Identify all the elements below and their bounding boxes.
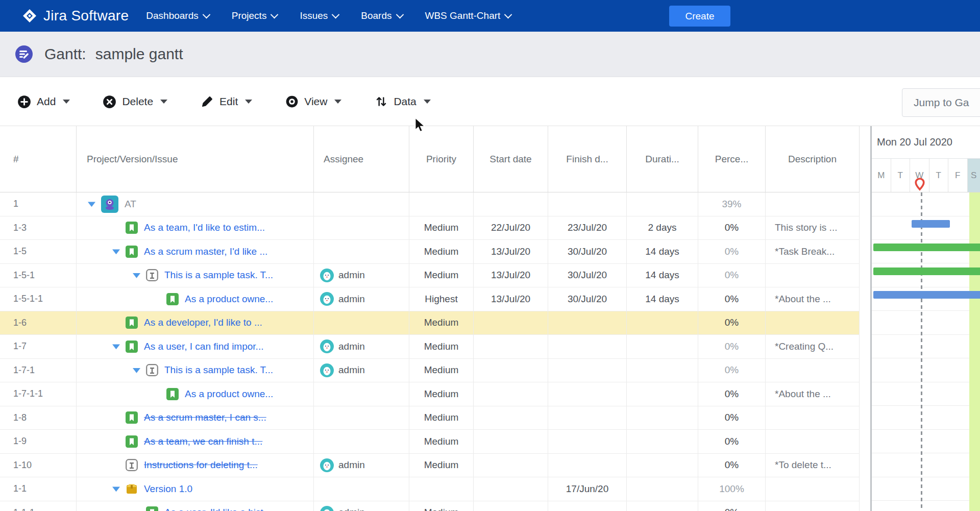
issue-cell: As a user, I can find impor... [77, 335, 314, 358]
view-menu-button[interactable]: View [285, 95, 341, 109]
start-date-cell [474, 192, 548, 216]
table-row[interactable]: 1-7-1-1 As a product owne... Medium 0% *… [0, 382, 860, 406]
column-header-issue[interactable]: Project/Version/Issue [77, 126, 314, 192]
chevron-down-icon [396, 10, 404, 18]
assignee-cell: admin [314, 501, 409, 511]
column-header-finish-date[interactable]: Finish d... [548, 126, 627, 192]
story-icon [126, 317, 138, 329]
gantt-day-header: MTWTFS [872, 159, 980, 192]
expand-collapse-arrow-icon[interactable] [88, 201, 95, 207]
issue-cell: As a user, I'd like a hist... [77, 501, 314, 511]
row-number: 1-6 [0, 311, 77, 335]
table-row[interactable]: 1-3 As a team, I'd like to estim... Medi… [0, 216, 860, 240]
table-row[interactable]: 1-7-1 This is a sample task. T... admin … [0, 359, 860, 383]
column-header-assignee[interactable]: Assignee [314, 126, 409, 192]
priority-cell: Medium [409, 216, 474, 240]
gantt-bar-1-5-1[interactable] [873, 267, 980, 275]
issue-cell: As a team, we can finish t... [77, 430, 314, 453]
assignee-name: admin [338, 459, 365, 471]
issue-link[interactable]: As a scrum master, I'd like ... [144, 246, 267, 257]
nav-item-issues[interactable]: Issues [300, 10, 338, 21]
gantt-toolbar: Add Delete Edit View Dat [0, 78, 980, 126]
row-number: 1-5 [0, 240, 77, 263]
duration-cell [627, 454, 698, 477]
column-header-number[interactable]: # [0, 126, 77, 192]
issue-link[interactable]: Instructions for deleting t... [144, 459, 258, 471]
issue-link[interactable]: As a scrum master, I can s... [144, 412, 266, 423]
table-row[interactable]: 1-5 As a scrum master, I'd like ... Medi… [0, 240, 860, 264]
delete-menu-button[interactable]: Delete [103, 95, 167, 109]
priority-cell: Medium [409, 335, 474, 358]
nav-item-dashboards[interactable]: Dashboards [146, 10, 209, 21]
start-date-cell: 13/Jul/20 [474, 264, 548, 287]
column-header-duration[interactable]: Durati... [627, 126, 698, 192]
expand-collapse-arrow-icon[interactable] [133, 368, 140, 373]
jira-logo[interactable]: Jira Software [22, 8, 129, 24]
issue-cell: As a scrum master, I'd like ... [77, 240, 314, 263]
issue-link[interactable]: AT [125, 199, 136, 210]
column-header-priority[interactable]: Priority [409, 126, 474, 192]
caret-down-icon [334, 100, 341, 104]
column-header-description[interactable]: Description [766, 126, 860, 192]
issue-link[interactable]: This is a sample task. T... [164, 364, 273, 376]
table-row[interactable]: 1-5-1-1 As a product owne... admin Highe… [0, 287, 860, 311]
nav-item-boards[interactable]: Boards [361, 10, 402, 21]
data-menu-button[interactable]: Data [374, 95, 430, 109]
issue-link[interactable]: As a team, I'd like to estim... [144, 222, 265, 233]
percent-cell: 39% [698, 192, 766, 216]
table-row[interactable]: 1-1-1 As a user, I'd like a hist... admi… [0, 501, 860, 511]
table-row[interactable]: 1-9 As a team, we can finish t... Medium… [0, 430, 860, 454]
description-cell [766, 477, 860, 501]
expand-collapse-arrow-icon[interactable] [112, 344, 120, 349]
add-menu-button[interactable]: Add [17, 95, 70, 109]
issue-link[interactable]: This is a sample task. T... [164, 270, 273, 281]
create-button[interactable]: Create [669, 6, 730, 27]
issue-link[interactable]: As a user, I'd like a hist... [164, 507, 272, 511]
sort-arrows-icon [374, 95, 388, 109]
assignee-name: admin [338, 364, 365, 376]
nav-item-wbs-gantt-chart[interactable]: WBS Gantt-Chart [425, 10, 511, 21]
table-row[interactable]: 1-8 As a scrum master, I can s... Medium… [0, 406, 860, 430]
issue-link[interactable]: As a product owne... [185, 294, 273, 305]
duration-cell [627, 477, 698, 501]
finish-date-cell [548, 501, 627, 511]
indent-spacer [77, 228, 112, 228]
expand-collapse-arrow-icon[interactable] [112, 249, 120, 254]
table-row[interactable]: 1-6 As a developer, I'd like to ... Medi… [0, 311, 860, 335]
priority-cell: Medium [409, 454, 474, 477]
table-row[interactable]: 1 AT 39% [0, 192, 860, 216]
jump-to-gantt-button[interactable]: Jump to Ga [902, 88, 980, 117]
table-row[interactable]: 1-7 As a user, I can find impor... admin… [0, 335, 860, 359]
finish-date-cell [548, 192, 627, 216]
nav-item-projects[interactable]: Projects [232, 10, 278, 21]
column-header-percent[interactable]: Perce... [698, 126, 766, 192]
expand-collapse-arrow-icon[interactable] [112, 486, 120, 492]
user-avatar-icon [320, 339, 334, 353]
issue-link[interactable]: As a product owne... [185, 388, 273, 400]
table-row[interactable]: 1-5-1 This is a sample task. T... admin … [0, 264, 860, 288]
table-row[interactable]: 1-10 Instructions for deleting t... admi… [0, 454, 860, 478]
version-icon [126, 483, 138, 495]
user-avatar-icon [320, 363, 334, 377]
start-date-cell [474, 454, 548, 477]
finish-date-cell [548, 382, 627, 406]
issue-link[interactable]: Version 1.0 [144, 483, 192, 495]
priority-cell [409, 477, 474, 501]
issue-link[interactable]: As a team, we can finish t... [144, 436, 262, 447]
edit-menu-button[interactable]: Edit [200, 95, 252, 109]
gantt-bar-1-3[interactable] [912, 220, 950, 228]
duration-cell [627, 359, 698, 382]
column-header-start-date[interactable]: Start date [474, 126, 548, 192]
percent-cell: 0% [698, 501, 766, 511]
issue-link[interactable]: As a user, I can find impor... [144, 341, 263, 352]
indent-spacer [77, 465, 112, 466]
jira-wbs-gantt-page: Jira Software Dashboards Projects Issues… [0, 0, 980, 511]
indent-spacer [77, 346, 112, 347]
table-row[interactable]: 1-1 Version 1.0 17/Jun/20 100% [0, 477, 860, 501]
gantt-bar-1-5-1-1[interactable] [873, 291, 980, 299]
priority-cell: Medium [409, 240, 474, 263]
issue-cell: As a product owne... [77, 287, 314, 311]
issue-link[interactable]: As a developer, I'd like to ... [144, 317, 262, 328]
gantt-bar-1-5[interactable] [873, 244, 980, 251]
expand-collapse-arrow-icon[interactable] [133, 273, 140, 278]
